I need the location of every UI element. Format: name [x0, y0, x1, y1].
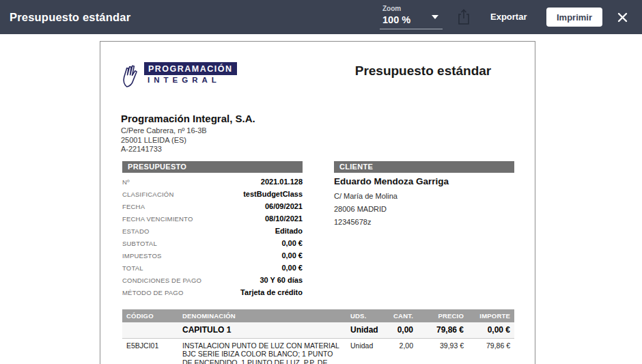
field-value: Tarjeta de crédito	[240, 288, 303, 296]
document-title: Presupuesto estándar	[326, 64, 520, 79]
budget-row-numero: Nº 2021.01.128	[122, 178, 303, 190]
company-tax-id: A-22141733	[121, 145, 255, 154]
cell-codigo	[122, 322, 178, 338]
field-value: 0,00 €	[281, 251, 303, 260]
field-label: IMPUESTOS	[122, 252, 162, 260]
close-button[interactable]	[614, 9, 630, 25]
field-label: ESTADO	[122, 227, 150, 235]
logo-line1: PROGRAMACIÓN	[144, 62, 237, 75]
zoom-label: Zoom	[382, 5, 440, 12]
client-address: C/ María de Molina	[334, 192, 449, 200]
field-value: 08/10/2021	[265, 214, 303, 223]
field-label: TOTAL	[122, 264, 143, 272]
col-header-uds: UDS.	[346, 309, 383, 322]
budget-row-subtotal: SUBTOTAL 0,00 €	[122, 239, 303, 251]
budget-row-impuestos: IMPUESTOS 0,00 €	[122, 251, 303, 264]
top-toolbar: Presupuesto estándar Zoom 100 % Exportar…	[0, 0, 642, 34]
col-header-denominacion: DENOMINACIÓN	[178, 309, 346, 322]
chevron-down-icon	[432, 15, 438, 19]
company-name: Programación Integral, S.A.	[121, 113, 255, 124]
items-table: CÓDIGO DENOMINACIÓN UDS. CANT. PRECIO IM…	[122, 309, 514, 364]
budget-row-total: TOTAL 0,00 €	[122, 264, 303, 276]
table-row-item: E5BJCI01 INSTALACION PUNTO DE LUZ CON MA…	[122, 338, 514, 364]
field-label: FECHA	[122, 203, 145, 210]
field-value: 0,00 €	[281, 239, 303, 247]
budget-row-fecha: FECHA 06/09/2021	[122, 202, 303, 214]
company-city: 25001 LLEIDA (ES)	[121, 136, 255, 145]
cell-cant: 2,00	[383, 338, 417, 364]
company-address: C/Pere Cabrera, nº 16-3B	[121, 126, 255, 136]
col-header-cant: CANT.	[383, 309, 417, 322]
field-label: FECHA VENCIMIENTO	[122, 215, 193, 223]
cell-cant: 0,00	[383, 322, 417, 338]
budget-row-clasificacion: CLASIFICACIÓN testBudgetClass	[122, 190, 303, 202]
field-value: 06/09/2021	[265, 202, 303, 210]
zoom-select[interactable]: Zoom 100 %	[380, 2, 443, 29]
cell-importe: 79,86 €	[468, 338, 514, 364]
print-button[interactable]: Imprimir	[546, 8, 602, 27]
cell-denominacion: INSTALACION PUNTO DE LUZ CON MATERIAL BJ…	[178, 338, 346, 364]
share-button[interactable]	[453, 6, 475, 28]
cell-precio: 79,86 €	[417, 322, 468, 338]
items-header-row: CÓDIGO DENOMINACIÓN UDS. CANT. PRECIO IM…	[122, 309, 514, 322]
col-header-importe: IMPORTE	[468, 309, 514, 322]
budget-row-condiciones: CONDICIONES DE PAGO 30 Y 60 días	[122, 276, 303, 288]
cell-denominacion: CAPITULO 1	[178, 322, 346, 338]
field-value: Editado	[275, 227, 303, 235]
field-label: CLASIFICACIÓN	[122, 191, 173, 198]
cell-codigo: E5BJCI01	[122, 338, 178, 364]
field-value: 0,00 €	[281, 264, 303, 272]
client-section-header: CLIENTE	[334, 161, 514, 173]
field-label: MÉTODO DE PAGO	[122, 289, 184, 296]
field-label: SUBTOTAL	[122, 240, 157, 247]
field-label: CONDICIONES DE PAGO	[122, 277, 201, 284]
hand-icon	[121, 62, 143, 89]
budget-section-header: PRESUPUESTO	[122, 161, 303, 173]
field-value: 30 Y 60 días	[260, 276, 303, 284]
close-icon	[617, 12, 628, 23]
company-info: Programación Integral, S.A. C/Pere Cabre…	[121, 113, 255, 154]
field-value: testBudgetClass	[243, 190, 303, 198]
cell-uds: Unidad	[346, 322, 383, 338]
client-name: Eduardo Mendoza Garriga	[334, 176, 449, 186]
document-preview-page: PROGRAMACIÓN INTEGRAL Presupuesto estánd…	[100, 41, 535, 364]
cell-importe: 0,00 €	[468, 322, 514, 338]
client-info: Eduardo Mendoza Garriga C/ María de Moli…	[334, 176, 449, 231]
budget-row-vencimiento: FECHA VENCIMIENTO 08/10/2021	[122, 214, 303, 227]
cell-uds: Unidad	[346, 338, 383, 364]
share-icon	[457, 8, 471, 26]
export-button[interactable]: Exportar	[490, 0, 527, 34]
budget-row-estado: ESTADO Editado	[122, 227, 303, 239]
field-label: Nº	[122, 178, 130, 186]
window-title: Presupuesto estándar	[10, 0, 130, 34]
client-city: 28006 MADRID	[334, 205, 449, 213]
col-header-codigo: CÓDIGO	[122, 309, 178, 322]
table-row-chapter: CAPITULO 1 Unidad 0,00 79,86 € 0,00 €	[122, 322, 514, 338]
col-header-precio: PRECIO	[417, 309, 468, 322]
cell-precio: 39,93 €	[417, 338, 468, 364]
budget-row-metodo: MÉTODO DE PAGO Tarjeta de crédito	[122, 288, 303, 300]
budget-fields: Nº 2021.01.128 CLASIFICACIÓN testBudgetC…	[122, 178, 303, 300]
logo-text: PROGRAMACIÓN INTEGRAL	[144, 62, 237, 84]
client-id: 12345678z	[334, 218, 449, 226]
company-logo: PROGRAMACIÓN INTEGRAL	[121, 62, 237, 89]
logo-line2: INTEGRAL	[144, 76, 237, 84]
field-value: 2021.01.128	[261, 178, 303, 186]
